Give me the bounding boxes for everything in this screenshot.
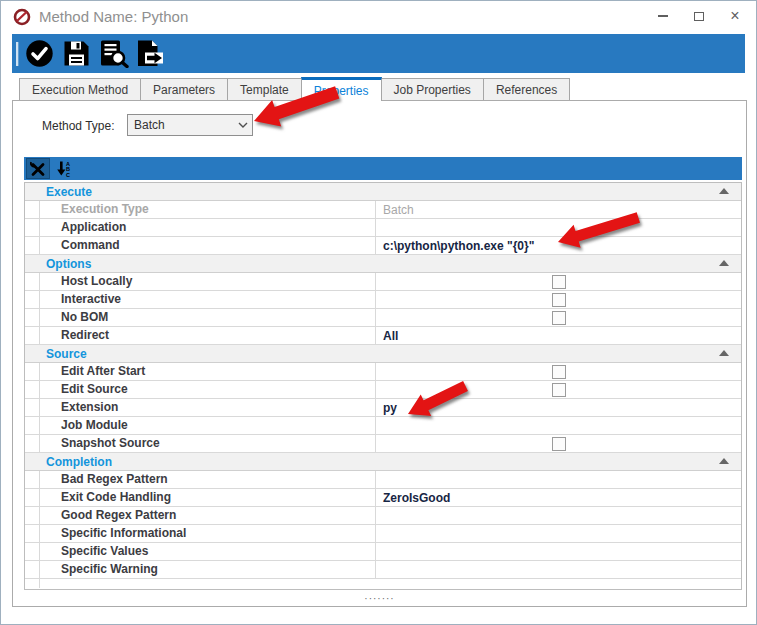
property-name[interactable]: Execution Type xyxy=(40,201,376,218)
section-title: Source xyxy=(25,346,87,362)
row-gutter xyxy=(25,309,40,326)
red-arrow-extension xyxy=(408,414,409,415)
property-value[interactable] xyxy=(376,525,741,542)
collapse-triangle-icon[interactable] xyxy=(719,188,729,194)
categorized-view-button[interactable] xyxy=(26,158,50,179)
save-button[interactable] xyxy=(59,36,93,72)
property-value[interactable] xyxy=(376,291,741,308)
checkbox-edit-after-start[interactable] xyxy=(552,365,566,379)
property-name[interactable]: Application xyxy=(40,219,376,236)
titlebar: Method Name: Python × xyxy=(1,1,756,33)
tab-execution-method[interactable]: Execution Method xyxy=(19,78,141,100)
property-value[interactable] xyxy=(376,417,741,434)
row-gutter xyxy=(25,381,40,398)
tab-parameters[interactable]: Parameters xyxy=(140,78,228,100)
property-name[interactable]: Specific Values xyxy=(40,543,376,560)
property-row-specific-warning: Specific Warning xyxy=(25,561,741,579)
row-gutter xyxy=(25,237,40,254)
property-value[interactable] xyxy=(376,309,741,326)
checkbox-no-bom[interactable] xyxy=(552,311,566,325)
property-value[interactable] xyxy=(376,543,741,560)
tab-references[interactable]: References xyxy=(483,78,570,100)
property-name[interactable]: Extension xyxy=(40,399,376,416)
document-search-icon xyxy=(98,39,129,68)
property-value[interactable] xyxy=(376,363,741,380)
check-circle-icon xyxy=(25,39,54,68)
method-type-dropdown[interactable]: Batch xyxy=(127,114,253,136)
export-button[interactable] xyxy=(133,36,167,72)
property-value[interactable] xyxy=(376,219,741,236)
close-button[interactable]: × xyxy=(728,9,742,23)
collapse-triangle-icon[interactable] xyxy=(719,260,729,266)
row-gutter xyxy=(25,525,40,542)
property-value[interactable]: ZeroIsGood xyxy=(376,489,741,506)
alphabetical-sort-button[interactable]: A B C xyxy=(52,158,76,179)
checkbox-host-locally[interactable] xyxy=(552,275,566,289)
minimize-button[interactable] xyxy=(656,9,670,23)
maximize-icon xyxy=(694,12,704,21)
property-value[interactable] xyxy=(376,381,741,398)
checkbox-snapshot-source[interactable] xyxy=(552,437,566,451)
maximize-button[interactable] xyxy=(692,9,706,23)
section-header-execute[interactable]: Execute xyxy=(25,183,741,201)
property-value[interactable]: Batch xyxy=(376,201,741,218)
section-title: Options xyxy=(25,256,91,272)
property-name[interactable]: Job Module xyxy=(40,417,376,434)
property-row-host-locally: Host Locally xyxy=(25,273,741,291)
property-name[interactable]: Good Regex Pattern xyxy=(40,507,376,524)
property-row-good-regex-pattern: Good Regex Pattern xyxy=(25,507,741,525)
app-logo-icon xyxy=(13,8,31,26)
method-type-label: Method Type: xyxy=(42,119,115,133)
row-gutter xyxy=(25,327,40,344)
toolbar-grip[interactable] xyxy=(16,42,19,66)
audit-button[interactable] xyxy=(96,36,130,72)
tools-icon xyxy=(30,161,46,177)
property-name[interactable]: Edit After Start xyxy=(40,363,376,380)
checkbox-edit-source[interactable] xyxy=(552,383,566,397)
red-arrow-method-type xyxy=(254,121,255,122)
grid-filler xyxy=(25,579,741,588)
property-row-extension: Extensionpy xyxy=(25,399,741,417)
row-gutter xyxy=(25,489,40,506)
property-name[interactable]: Specific Informational xyxy=(40,525,376,542)
property-value[interactable] xyxy=(376,561,741,578)
property-row-no-bom: No BOM xyxy=(25,309,741,327)
checkbox-interactive[interactable] xyxy=(552,293,566,307)
property-value[interactable] xyxy=(376,471,741,488)
property-value[interactable]: c:\python\python.exe "{0}" xyxy=(376,237,741,254)
svg-text:C: C xyxy=(66,172,70,178)
property-name[interactable]: Snapshot Source xyxy=(40,435,376,452)
row-gutter xyxy=(25,471,40,488)
property-value[interactable] xyxy=(376,435,741,452)
property-row-job-module: Job Module xyxy=(25,417,741,435)
property-row-edit-after-start: Edit After Start xyxy=(25,363,741,381)
property-value[interactable] xyxy=(376,507,741,524)
property-name[interactable]: Specific Warning xyxy=(40,561,376,578)
property-name[interactable]: Edit Source xyxy=(40,381,376,398)
collapse-triangle-icon[interactable] xyxy=(719,350,729,356)
property-name[interactable]: Command xyxy=(40,237,376,254)
apply-button[interactable] xyxy=(22,36,56,72)
document-export-icon xyxy=(135,39,166,68)
property-row-interactive: Interactive xyxy=(25,291,741,309)
property-name[interactable]: Exit Code Handling xyxy=(40,489,376,506)
splitter-handle[interactable]: ······· xyxy=(13,594,746,604)
property-grid: ExecuteExecution TypeBatchApplicationCom… xyxy=(24,182,742,590)
section-header-options[interactable]: Options xyxy=(25,255,741,273)
section-title: Completion xyxy=(25,454,112,470)
property-name[interactable]: Bad Regex Pattern xyxy=(40,471,376,488)
property-grid-toolbar: A B C xyxy=(24,157,742,180)
section-header-source[interactable]: Source xyxy=(25,345,741,363)
property-name[interactable]: Interactive xyxy=(40,291,376,308)
property-name[interactable]: Host Locally xyxy=(40,273,376,290)
main-toolbar xyxy=(12,34,745,73)
property-value[interactable] xyxy=(376,273,741,290)
property-name[interactable]: No BOM xyxy=(40,309,376,326)
tab-strip: Execution MethodParametersTemplateProper… xyxy=(12,77,570,101)
tab-job-properties[interactable]: Job Properties xyxy=(381,78,484,100)
property-value[interactable]: All xyxy=(376,327,741,344)
section-header-completion[interactable]: Completion xyxy=(25,453,741,471)
tab-template[interactable]: Template xyxy=(227,78,302,100)
collapse-triangle-icon[interactable] xyxy=(719,458,729,464)
property-name[interactable]: Redirect xyxy=(40,327,376,344)
